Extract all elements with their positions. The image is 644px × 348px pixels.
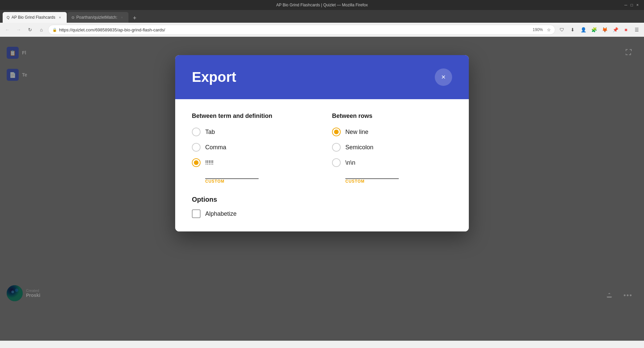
home-icon: ⌂ — [40, 27, 43, 32]
forward-icon: → — [16, 27, 21, 32]
alphabetize-checkbox[interactable] — [192, 209, 201, 218]
back-icon: ← — [5, 27, 10, 32]
reload-button[interactable]: ↻ — [25, 25, 35, 34]
extension-icon[interactable]: 🧩 — [589, 25, 599, 34]
radio-nln-label: \n\n — [345, 159, 355, 166]
radio-newline-label: New line — [345, 129, 368, 136]
term-custom-label: CUSTOM — [205, 179, 312, 184]
back-button[interactable]: ← — [3, 25, 12, 34]
tab-close-active[interactable]: × — [57, 15, 63, 20]
nav-bar: ← → ↻ ⌂ 🔒 https://quizlet.com/698589835/… — [0, 23, 644, 37]
radio-custom-term[interactable]: !!!!! — [192, 158, 312, 167]
rows-custom-input[interactable] — [345, 170, 399, 179]
options-section-title: Options — [192, 196, 452, 203]
menu-icon[interactable]: ☰ — [632, 25, 641, 34]
new-tab-button[interactable]: + — [130, 13, 139, 23]
tab-bar: Q AP Bio Grind Flashcards × ⊙ Poarthan/q… — [0, 10, 644, 23]
radio-newline[interactable]: New line — [332, 128, 452, 136]
radio-semicolon-circle — [332, 143, 341, 152]
nav-right-icons: 🛡 ⬇ 👤 🧩 🦊 📌 ■ ☰ — [557, 25, 641, 34]
term-custom-input[interactable] — [205, 170, 259, 179]
title-bar: AP Bio Grind Flashcards | Quizlet — Mozi… — [0, 0, 644, 10]
close-window-btn[interactable]: × — [636, 3, 639, 7]
extension-icon-4[interactable]: ■ — [621, 25, 631, 34]
alphabetize-label: Alphabetize — [205, 210, 237, 217]
modal-header: Export × — [175, 55, 469, 99]
modal-overlay: Export × Between term and definition Tab — [0, 37, 644, 348]
maximize-btn[interactable]: □ — [631, 3, 633, 7]
browser-chrome: AP Bio Grind Flashcards | Quizlet — Mozi… — [0, 0, 644, 37]
inactive-tab[interactable]: ⊙ Poarthan/quizletMatch: × — [67, 12, 129, 23]
alphabetize-checkbox-item[interactable]: Alphabetize — [192, 209, 452, 218]
account-icon[interactable]: 👤 — [579, 25, 588, 34]
active-tab[interactable]: Q AP Bio Grind Flashcards × — [3, 12, 67, 23]
radio-custom-term-dot — [194, 160, 199, 165]
rows-custom-label: CUSTOM — [345, 179, 452, 184]
term-definition-title: Between term and definition — [192, 113, 312, 120]
between-rows-col: Between rows New line — [332, 113, 452, 184]
active-tab-label: AP Bio Grind Flashcards — [12, 15, 55, 20]
radio-semicolon-label: Semicolon — [345, 144, 373, 151]
window-title: AP Bio Grind Flashcards | Quizlet — Mozi… — [276, 3, 368, 7]
radio-newline-circle — [332, 128, 341, 136]
tab-close-inactive[interactable]: × — [119, 15, 124, 20]
modal-close-button[interactable]: × — [435, 68, 452, 86]
rows-custom-field-group: CUSTOM — [345, 170, 452, 184]
download-icon[interactable]: ⬇ — [568, 25, 577, 34]
lock-icon: 🔒 — [52, 28, 57, 32]
options-section: Options Alphabetize — [192, 196, 452, 218]
radio-tab-circle — [192, 128, 201, 136]
radio-tab[interactable]: Tab — [192, 128, 312, 136]
modal-body: Between term and definition Tab C — [175, 99, 469, 231]
term-definition-col: Between term and definition Tab C — [192, 113, 312, 184]
forward-button[interactable]: → — [14, 25, 23, 34]
radio-comma-circle — [192, 143, 201, 152]
options-row: Between term and definition Tab C — [192, 113, 452, 184]
address-text: https://quizlet.com/698589835/ap-bio-gri… — [59, 27, 529, 32]
zoom-indicator: 190% — [531, 27, 545, 32]
modal-title: Export — [192, 69, 236, 85]
radio-custom-term-circle — [192, 158, 201, 167]
radio-custom-term-label: !!!!! — [205, 159, 214, 166]
shield-icon[interactable]: 🛡 — [557, 25, 567, 34]
export-modal: Export × Between term and definition Tab — [175, 55, 469, 231]
between-rows-title: Between rows — [332, 113, 452, 120]
radio-nln-circle — [332, 158, 341, 167]
term-definition-radio-group: Tab Comma !!!!! — [192, 128, 312, 167]
bookmark-icon[interactable]: ☆ — [547, 27, 551, 32]
address-bar[interactable]: 🔒 https://quizlet.com/698589835/ap-bio-g… — [48, 25, 555, 35]
term-custom-field-group: CUSTOM — [205, 170, 312, 184]
radio-comma-label: Comma — [205, 144, 226, 151]
status-bar — [0, 341, 644, 348]
tab-favicon-active: Q — [7, 15, 10, 19]
between-rows-radio-group: New line Semicolon \n\n — [332, 128, 452, 167]
radio-tab-label: Tab — [205, 129, 215, 136]
radio-semicolon[interactable]: Semicolon — [332, 143, 452, 152]
reload-icon: ↻ — [28, 27, 32, 32]
radio-nln[interactable]: \n\n — [332, 158, 452, 167]
minimize-btn[interactable]: ─ — [624, 3, 627, 7]
tab-favicon-inactive: ⊙ — [71, 15, 74, 20]
radio-comma[interactable]: Comma — [192, 143, 312, 152]
extension-icon-3[interactable]: 📌 — [611, 25, 620, 34]
radio-newline-dot — [334, 130, 339, 134]
extension-icon-2[interactable]: 🦊 — [600, 25, 609, 34]
home-button[interactable]: ⌂ — [37, 25, 46, 34]
inactive-tab-label: Poarthan/quizletMatch: — [76, 15, 117, 20]
